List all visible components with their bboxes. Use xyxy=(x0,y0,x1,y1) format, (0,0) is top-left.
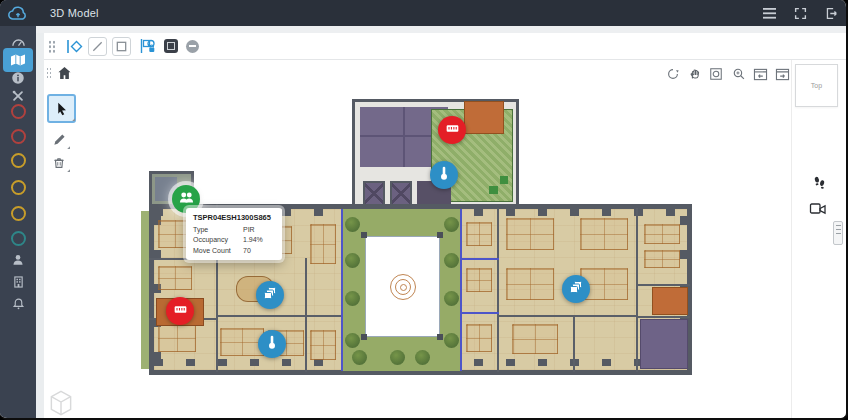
viewcube[interactable]: Top xyxy=(795,64,838,107)
plan-room-orange-top xyxy=(464,101,504,134)
app-logo[interactable] xyxy=(0,0,36,26)
sign-out-icon[interactable] xyxy=(825,7,838,20)
home-drag-dots[interactable] xyxy=(46,67,52,78)
sidebar-status-teal[interactable] xyxy=(0,227,36,249)
lock-shapes-tool[interactable] xyxy=(140,38,157,55)
tooltip-row: Type PIR xyxy=(193,226,275,233)
place-node-tool[interactable] xyxy=(66,38,83,55)
dark-square-tool[interactable] xyxy=(162,38,179,55)
meter-device-icon xyxy=(444,120,461,141)
app-window: TSPR04ESH1300S865 Type PIR Occupancy 1.9… xyxy=(0,0,848,420)
draw-line-tool[interactable] xyxy=(88,37,107,56)
sensor-device-left[interactable] xyxy=(166,297,194,325)
layers-icon xyxy=(568,279,584,299)
sidebar-status-red-1[interactable] xyxy=(0,100,36,122)
viewcube-label: Top xyxy=(811,82,822,89)
disabled-circle-tool[interactable] xyxy=(184,38,201,55)
plan-planter xyxy=(500,176,508,184)
thermometer-icon xyxy=(264,334,280,354)
toolbar-drag-handle[interactable] xyxy=(48,40,56,53)
panel-resize-handle[interactable] xyxy=(833,221,843,245)
delete-tool[interactable] xyxy=(49,152,69,172)
people-icon xyxy=(178,189,195,210)
sidebar-status-yellow-3[interactable] xyxy=(0,202,36,224)
thermometer-icon xyxy=(436,165,452,185)
orientation-cube-icon[interactable] xyxy=(48,390,73,416)
sidebar-nav xyxy=(0,0,36,418)
plan-elevator xyxy=(390,181,412,206)
draw-toolbar xyxy=(44,33,846,59)
tooltip-row: Occupancy 1.94% xyxy=(193,236,275,243)
sensor-device-top[interactable] xyxy=(438,116,466,144)
meter-device-icon xyxy=(172,301,189,322)
plan-elevator xyxy=(363,181,385,206)
tooltip-row: Move Count 70 xyxy=(193,247,275,254)
header-divider-band xyxy=(36,26,846,33)
sidebar-status-yellow-1[interactable] xyxy=(0,149,36,171)
pencil-tool[interactable] xyxy=(49,129,69,149)
sensor-temperature-top[interactable] xyxy=(430,161,458,189)
fullscreen-icon[interactable] xyxy=(794,7,807,20)
plan-room-orange-right xyxy=(652,287,688,315)
sidebar-item-building[interactable] xyxy=(0,271,36,293)
header-bar: 3D Model xyxy=(36,0,846,26)
layers-icon xyxy=(262,285,278,305)
sidebar-item-user[interactable] xyxy=(0,249,36,271)
page-title: 3D Model xyxy=(50,7,99,19)
plan-room-purple-br xyxy=(640,319,688,369)
select-cursor-tool[interactable] xyxy=(47,94,76,123)
toolbar-divider xyxy=(44,59,846,60)
draw-rect-tool[interactable] xyxy=(112,37,131,56)
tooltip-title: TSPR04ESH1300S865 xyxy=(193,213,275,222)
floorplan-canvas[interactable]: TSPR04ESH1300S865 Type PIR Occupancy 1.9… xyxy=(0,0,846,418)
sensor-air-right[interactable] xyxy=(562,275,590,303)
sensor-air-left[interactable] xyxy=(256,281,284,309)
sensor-tooltip: TSPR04ESH1300S865 Type PIR Occupancy 1.9… xyxy=(186,208,282,260)
sidebar-status-yellow-2[interactable] xyxy=(0,176,36,198)
sensor-temperature-bottom[interactable] xyxy=(258,330,286,358)
sidebar-status-red-2[interactable] xyxy=(0,125,36,147)
sidebar-item-notifications[interactable] xyxy=(0,293,36,315)
menu-icon[interactable] xyxy=(763,8,776,19)
plan-planter xyxy=(489,186,498,194)
